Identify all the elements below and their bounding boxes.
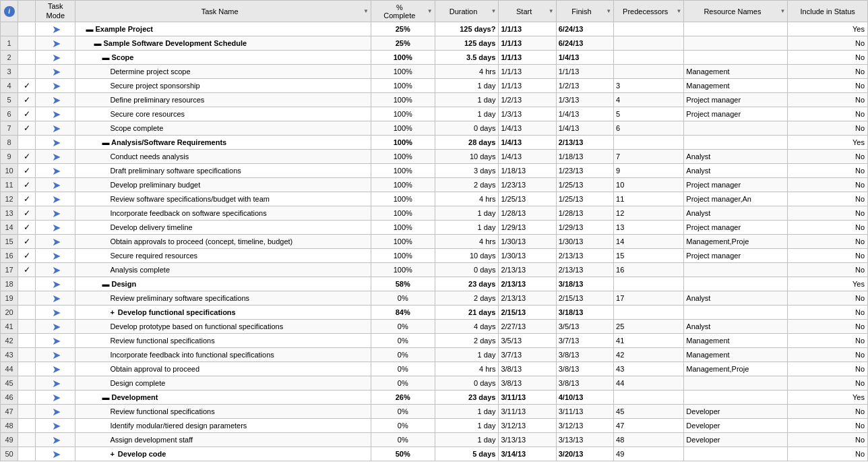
include-status-cell: No <box>788 348 868 362</box>
resource-names-cell: Project manager <box>684 107 788 121</box>
task-mode-icon: ➤ <box>52 279 59 286</box>
table-row[interactable]: 45➤Design complete0%0 days3/8/133/8/1344… <box>1 376 868 391</box>
task-name-cell: Develop preliminary budget <box>75 178 371 192</box>
table-row[interactable]: 10✓➤Draft preliminary software specifica… <box>1 164 868 178</box>
task-name-header[interactable]: Task Name▼ <box>75 1 371 22</box>
task-mode-cell: ➤ <box>36 391 75 405</box>
predecessors-cell <box>614 22 684 36</box>
row-number: 7 <box>1 121 18 136</box>
table-row[interactable]: 46➤▬ Development26%23 days3/11/134/10/13… <box>1 391 868 405</box>
predecessors-cell: 11 <box>614 192 684 206</box>
table-row[interactable]: 2➤▬ Scope100%3.5 days1/1/131/4/13No <box>1 51 868 65</box>
task-name-cell: Design complete <box>75 376 371 391</box>
table-row[interactable]: 13✓➤Incorporate feedback on software spe… <box>1 206 868 221</box>
table-row[interactable]: 3➤Determine project scope100%4 hrs1/1/13… <box>1 65 868 79</box>
predecessors-cell <box>614 36 684 51</box>
table-row[interactable]: 14✓➤Develop delivery timeline100%1 day1/… <box>1 221 868 235</box>
check-icon: ✓ <box>24 109 30 119</box>
table-row[interactable]: 44➤Obtain approval to proceed0%4 hrs3/8/… <box>1 362 868 376</box>
task-name-cell: Obtain approval to proceed <box>75 362 371 376</box>
table-row[interactable]: 20➤+ Develop functional specifications84… <box>1 306 868 320</box>
pct-complete-cell: 100% <box>371 235 435 249</box>
finish-date-cell: 3/8/13 <box>556 348 613 362</box>
table-row[interactable]: 19➤Review preliminary software specifica… <box>1 291 868 306</box>
task-name-cell: Draft preliminary software specification… <box>75 164 371 178</box>
predecessors-cell: 9 <box>614 164 684 178</box>
table-row[interactable]: 8➤▬ Analysis/Software Requirements100%28… <box>1 136 868 150</box>
task-mode-icon: ➤ <box>52 251 59 258</box>
table-row[interactable]: 11✓➤Develop preliminary budget100%2 days… <box>1 178 868 192</box>
table-row[interactable]: 18➤▬ Design58%23 days2/13/133/18/13Yes <box>1 277 868 291</box>
task-mode-cell: ➤ <box>36 178 75 192</box>
check-cell <box>18 362 36 376</box>
task-name-cell: ▬ Scope <box>75 51 371 65</box>
finish-header[interactable]: Finish▼ <box>556 1 613 22</box>
resource-names-header[interactable]: Resource Names▼ <box>684 1 788 22</box>
table-row[interactable]: 41➤Develop prototype based on functional… <box>1 320 868 334</box>
table-row[interactable]: 49➤Assign development staff0%1 day3/13/1… <box>1 433 868 447</box>
include-status-header[interactable]: Include in Status <box>788 1 868 22</box>
task-name-text: ▬ Analysis/Software Requirements <box>78 138 226 146</box>
resource-names-cell: Project manager,An <box>684 192 788 206</box>
pct-complete-cell: 100% <box>371 150 435 164</box>
predecessors-header[interactable]: Predecessors▼ <box>614 1 684 22</box>
resource-names-cell: Developer <box>684 419 788 433</box>
row-number: 46 <box>1 391 18 405</box>
table-row[interactable]: 7✓➤Scope complete100%0 days1/4/131/4/136… <box>1 121 868 136</box>
start-date-cell: 1/2/13 <box>499 93 556 107</box>
task-name-cell: Secure core resources <box>75 107 371 121</box>
resource-names-cell: Analyst <box>684 320 788 334</box>
check-cell <box>18 433 36 447</box>
task-mode-icon: ➤ <box>52 421 59 428</box>
predecessors-cell <box>614 51 684 65</box>
table-row[interactable]: 6✓➤Secure core resources100%1 day1/3/131… <box>1 107 868 121</box>
table-row[interactable]: 12✓➤Review software specifications/budge… <box>1 192 868 206</box>
table-row[interactable]: 9✓➤Conduct needs analysis100%10 days1/4/… <box>1 150 868 164</box>
pct-complete-cell: 0% <box>371 376 435 391</box>
duration-cell: 2 days <box>435 178 499 192</box>
row-number: 15 <box>1 235 18 249</box>
check-cell: ✓ <box>18 164 36 178</box>
duration-cell: 3.5 days <box>435 51 499 65</box>
include-status-cell: No <box>788 376 868 391</box>
duration-header[interactable]: Duration▼ <box>435 1 499 22</box>
row-number: 6 <box>1 107 18 121</box>
include-status-cell: Yes <box>788 391 868 405</box>
task-mode-icon: ➤ <box>52 407 59 413</box>
check-icon: ✓ <box>24 95 30 105</box>
task-name-text: Draft preliminary software specification… <box>78 167 241 175</box>
table-row[interactable]: 42➤Review functional specifications0%2 d… <box>1 334 868 348</box>
resource-names-cell <box>684 263 788 277</box>
table-row[interactable]: 48➤Identify modular/tiered design parame… <box>1 419 868 433</box>
task-mode-icon: ➤ <box>52 81 59 88</box>
check-cell <box>18 391 36 405</box>
table-row[interactable]: 17✓➤Analysis complete100%0 days2/13/132/… <box>1 263 868 277</box>
table-row[interactable]: 15✓➤Obtain approvals to proceed (concept… <box>1 235 868 249</box>
task-mode-cell: ➤ <box>36 348 75 362</box>
table-row[interactable]: 43➤Incorporate feedback into functional … <box>1 348 868 362</box>
row-number: 48 <box>1 419 18 433</box>
table-row[interactable]: 47➤Review functional specifications0%1 d… <box>1 405 868 419</box>
pct-complete-header[interactable]: %Complete▼ <box>371 1 435 22</box>
task-mode-header[interactable]: TaskMode <box>36 1 75 22</box>
finish-date-cell: 3/8/13 <box>556 376 613 391</box>
duration-cell: 4 hrs <box>435 192 499 206</box>
table-row[interactable]: 5✓➤Define preliminary resources100%1 day… <box>1 93 868 107</box>
task-mode-cell: ➤ <box>36 79 75 93</box>
row-number: 2 <box>1 51 18 65</box>
table-row[interactable]: 16✓➤Secure required resources100%10 days… <box>1 249 868 263</box>
table-row[interactable]: 1➤▬ Sample Software Development Schedule… <box>1 36 868 51</box>
resource-names-cell: Analyst <box>684 206 788 221</box>
pct-complete-cell: 100% <box>371 249 435 263</box>
table-row[interactable]: 4✓➤Secure project sponsorship100%1 day1/… <box>1 79 868 93</box>
include-status-cell: No <box>788 235 868 249</box>
task-mode-cell: ➤ <box>36 249 75 263</box>
task-mode-icon: ➤ <box>52 67 59 74</box>
check-cell <box>18 405 36 419</box>
task-name-text: Review functional specifications <box>78 407 214 415</box>
table-row[interactable]: ➤▬ Example Project25%125 days?1/1/136/24… <box>1 22 868 36</box>
table-row[interactable]: 50➤+ Develop code50%5 days3/14/133/20/13… <box>1 447 868 461</box>
start-header[interactable]: Start▼ <box>499 1 556 22</box>
resource-names-cell: Analyst <box>684 150 788 164</box>
predecessors-cell: 48 <box>614 433 684 447</box>
